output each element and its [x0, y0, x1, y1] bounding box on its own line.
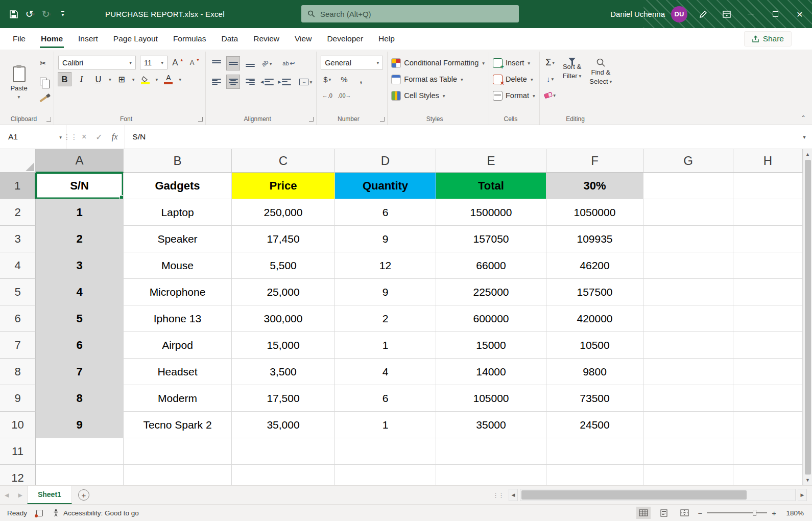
align-left-button[interactable] — [210, 75, 223, 88]
cell-C4[interactable]: 5,500 — [232, 252, 335, 279]
cell-A10[interactable]: 9 — [36, 412, 124, 438]
cell-G4[interactable] — [643, 252, 733, 279]
cell-A12[interactable] — [36, 465, 124, 485]
font-color-button[interactable]: A — [162, 73, 175, 86]
copy-button[interactable] — [37, 75, 50, 88]
cell-F4[interactable]: 46200 — [546, 252, 643, 279]
cell-F6[interactable]: 420000 — [546, 305, 643, 332]
ribbon-display-options-button[interactable] — [715, 0, 738, 28]
cell-H3[interactable] — [733, 226, 803, 252]
minimize-button[interactable] — [738, 0, 763, 28]
cell-D10[interactable]: 1 — [335, 412, 436, 438]
delete-cells-button[interactable]: Delete ▾ — [493, 72, 535, 86]
enter-formula-button[interactable]: ✓ — [95, 132, 102, 142]
fill-button[interactable]: ↓▾ — [544, 72, 557, 85]
cell-D2[interactable]: 6 — [335, 199, 436, 226]
cell-A11[interactable] — [36, 438, 124, 465]
scroll-left-button[interactable]: ◀ — [509, 489, 518, 501]
row-header-9[interactable]: 9 — [0, 385, 36, 412]
font-dialog-launcher[interactable] — [198, 117, 203, 122]
scroll-right-button[interactable]: ▶ — [798, 489, 807, 501]
share-button[interactable]: Share — [744, 31, 792, 46]
zoom-in-button[interactable]: + — [772, 509, 776, 517]
cell-C5[interactable]: 25,000 — [232, 279, 335, 305]
cell-B3[interactable]: Speaker — [124, 226, 232, 252]
cell-G2[interactable] — [643, 199, 733, 226]
fill-color-dropdown-icon[interactable]: ▾ — [156, 77, 158, 82]
center-button[interactable] — [227, 75, 240, 88]
inking-button[interactable] — [691, 0, 715, 28]
percent-style-button[interactable]: % — [338, 73, 350, 86]
tab-page-layout[interactable]: Page Layout — [106, 28, 165, 50]
cell-A9[interactable]: 8 — [36, 385, 124, 412]
cell-D4[interactable]: 12 — [335, 252, 436, 279]
tab-view[interactable]: View — [287, 28, 319, 50]
cell-H5[interactable] — [733, 279, 803, 305]
column-header-B[interactable]: B — [124, 149, 232, 173]
decrease-indent-button[interactable]: ◀ — [260, 75, 274, 88]
cell-H2[interactable] — [733, 199, 803, 226]
cell-F2[interactable]: 1050000 — [546, 199, 643, 226]
cell-A6[interactable]: 5 — [36, 305, 124, 332]
number-dialog-launcher[interactable] — [380, 117, 385, 122]
cell-H10[interactable] — [733, 412, 803, 438]
cell-D12[interactable] — [335, 465, 436, 485]
format-cells-button[interactable]: Format ▾ — [493, 88, 535, 103]
sheet-bar-splitter[interactable]: ⋮⋮ — [492, 491, 504, 499]
clear-button[interactable]: ▾ — [544, 88, 557, 102]
cell-C8[interactable]: 3,500 — [232, 359, 335, 385]
decrease-font-size-button[interactable]: A▼ — [188, 56, 201, 69]
cell-G7[interactable] — [643, 332, 733, 359]
scroll-up-button[interactable]: ▲ — [803, 149, 812, 159]
maximize-button[interactable] — [763, 0, 787, 28]
cell-F8[interactable]: 9800 — [546, 359, 643, 385]
format-painter-button[interactable] — [37, 92, 50, 106]
cell-B9[interactable]: Moderm — [124, 385, 232, 412]
cell-E6[interactable]: 600000 — [436, 305, 546, 332]
font-name-select[interactable]: Calibri ▾ — [58, 56, 136, 69]
cell-E1[interactable]: Total — [436, 173, 546, 199]
cancel-formula-button[interactable]: × — [82, 132, 86, 141]
cell-B6[interactable]: Iphone 13 — [124, 305, 232, 332]
cell-G1[interactable] — [643, 173, 733, 199]
autosum-button[interactable]: Σ▾ — [544, 56, 557, 69]
borders-dropdown-icon[interactable]: ▾ — [132, 77, 135, 82]
tab-developer[interactable]: Developer — [319, 28, 371, 50]
cell-F11[interactable] — [546, 438, 643, 465]
clipboard-dialog-launcher[interactable] — [46, 117, 51, 122]
cell-G3[interactable] — [643, 226, 733, 252]
decrease-decimal-button[interactable]: .00→ — [338, 89, 351, 102]
tab-home[interactable]: Home — [33, 28, 70, 50]
font-color-dropdown-icon[interactable]: ▾ — [179, 77, 181, 82]
column-header-C[interactable]: C — [232, 149, 335, 173]
cell-C1[interactable]: Price — [232, 173, 335, 199]
row-header-10[interactable]: 10 — [0, 412, 36, 438]
cell-E9[interactable]: 105000 — [436, 385, 546, 412]
cell-H7[interactable] — [733, 332, 803, 359]
insert-function-button[interactable]: fx — [112, 132, 118, 141]
cell-B11[interactable] — [124, 438, 232, 465]
sheet-tab-sheet1[interactable]: Sheet1 — [27, 486, 72, 504]
row-header-3[interactable]: 3 — [0, 226, 36, 252]
expand-formula-bar-button[interactable]: ▾ — [797, 125, 812, 149]
row-header-11[interactable]: 11 — [0, 438, 36, 465]
tab-insert[interactable]: Insert — [70, 28, 106, 50]
row-header-7[interactable]: 7 — [0, 332, 36, 359]
account-area[interactable]: Daniel Uchenna DU — [606, 6, 691, 22]
cell-D3[interactable]: 9 — [335, 226, 436, 252]
next-sheet-button[interactable]: ▶ — [13, 492, 27, 499]
column-header-F[interactable]: F — [546, 149, 643, 173]
cell-B5[interactable]: Microphone — [124, 279, 232, 305]
cell-D6[interactable]: 2 — [335, 305, 436, 332]
column-header-H[interactable]: H — [733, 149, 803, 173]
alignment-dialog-launcher[interactable] — [309, 117, 314, 122]
cell-G5[interactable] — [643, 279, 733, 305]
top-align-button[interactable] — [210, 57, 223, 70]
tab-file[interactable]: File — [5, 28, 33, 50]
vertical-scroll-thumb[interactable] — [805, 160, 811, 475]
zoom-out-button[interactable]: − — [698, 509, 702, 517]
cell-B12[interactable] — [124, 465, 232, 485]
cell-H8[interactable] — [733, 359, 803, 385]
cell-styles-button[interactable]: Cell Styles ▾ — [392, 88, 485, 103]
cell-B1[interactable]: Gadgets — [124, 173, 232, 199]
